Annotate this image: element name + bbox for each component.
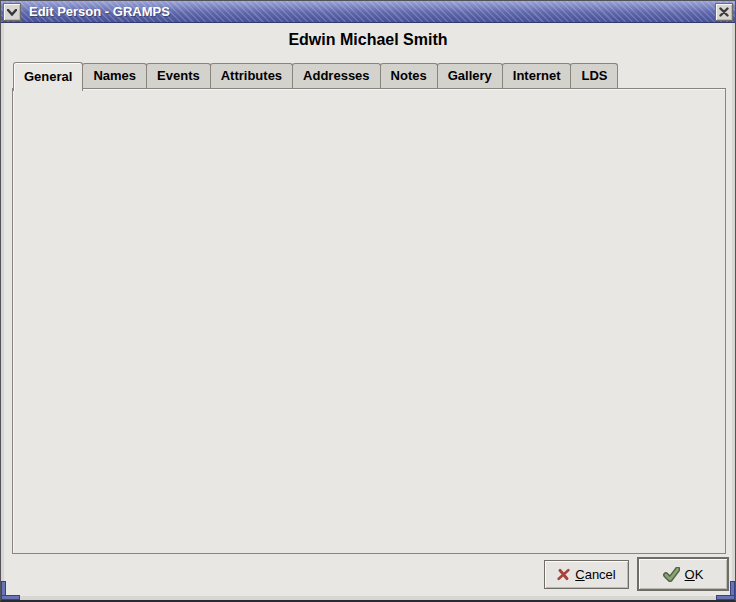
window-menu-button[interactable] <box>3 3 21 21</box>
titlebar[interactable]: Edit Person - GRAMPS <box>1 1 735 23</box>
resize-grip-bottom-left-h[interactable] <box>1 595 20 600</box>
tab-gallery[interactable]: Gallery <box>437 63 503 88</box>
ok-button-label: OK <box>685 567 704 582</box>
window-title: Edit Person - GRAMPS <box>29 4 170 19</box>
tab-general[interactable]: General <box>13 62 83 91</box>
cancel-button-label: Cancel <box>575 567 615 582</box>
tab-names[interactable]: Names <box>82 63 147 88</box>
window-menu-chevron-icon <box>7 9 17 16</box>
page-title: Edwin Michael Smith <box>1 31 735 49</box>
tab-events[interactable]: Events <box>146 63 211 88</box>
resize-grip-bottom-right-h[interactable] <box>716 595 735 600</box>
ok-button[interactable]: OK <box>638 558 728 590</box>
general-tab-panel <box>12 88 726 554</box>
tab-notes[interactable]: Notes <box>380 63 438 88</box>
close-icon <box>719 7 729 17</box>
close-button[interactable] <box>715 3 733 21</box>
cancel-x-icon <box>556 568 571 581</box>
tab-internet[interactable]: Internet <box>502 63 572 88</box>
ok-check-icon <box>663 567 680 582</box>
tab-lds[interactable]: LDS <box>570 63 618 88</box>
tab-bar: GeneralNamesEventsAttributesAddressesNot… <box>13 62 617 89</box>
tab-attributes[interactable]: Attributes <box>210 63 293 88</box>
cancel-button[interactable]: Cancel <box>544 560 629 589</box>
tab-addresses[interactable]: Addresses <box>292 63 380 88</box>
edit-person-dialog: Edit Person - GRAMPS Edwin Michael Smith… <box>0 0 736 602</box>
